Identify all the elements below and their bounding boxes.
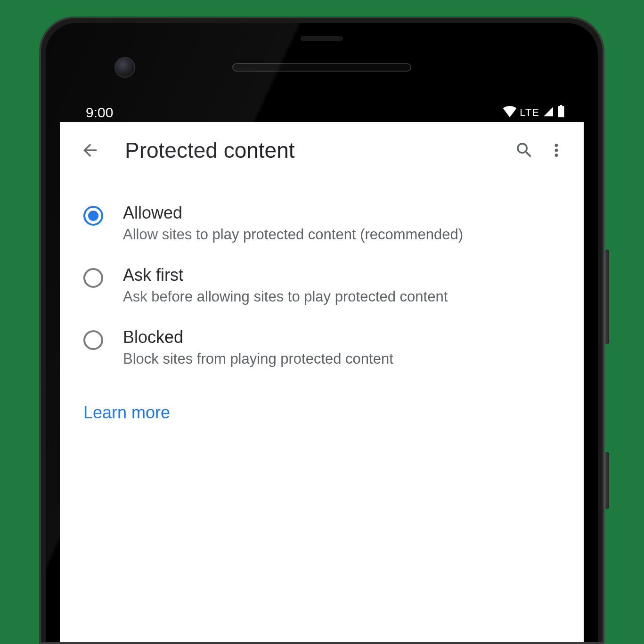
app-bar: Protected content [60, 122, 584, 179]
power-button [605, 452, 609, 509]
option-description: Block sites from playing protected conte… [123, 349, 560, 369]
phone-frame: 9:00 LTE Protected content [39, 16, 604, 644]
option-text: Allowed Allow sites to play protected co… [123, 203, 560, 245]
option-ask-first[interactable]: Ask first Ask before allowing sites to p… [83, 255, 560, 317]
option-text: Blocked Block sites from playing protect… [123, 327, 560, 369]
back-button[interactable] [79, 139, 101, 162]
wifi-icon [503, 105, 517, 121]
option-description: Ask before allowing sites to play protec… [123, 287, 560, 307]
volume-button [605, 250, 609, 344]
radio-allowed[interactable] [83, 206, 103, 226]
option-title: Blocked [123, 327, 560, 347]
radio-ask-first[interactable] [83, 268, 103, 288]
network-label: LTE [520, 106, 539, 119]
learn-more-link[interactable]: Learn more [83, 403, 170, 423]
screen: Protected content Allowed Allow sites to… [60, 122, 584, 642]
phone-bezel: 9:00 LTE Protected content [46, 23, 598, 642]
option-title: Ask first [123, 265, 560, 285]
battery-icon [557, 105, 565, 121]
option-description: Allow sites to play protected content (r… [123, 225, 560, 245]
option-title: Allowed [123, 203, 560, 223]
signal-icon [542, 105, 554, 121]
sensor [301, 36, 343, 41]
option-blocked[interactable]: Blocked Block sites from playing protect… [83, 317, 560, 379]
more-button[interactable] [543, 137, 570, 163]
search-icon [514, 140, 534, 160]
content-area: Allowed Allow sites to play protected co… [60, 179, 584, 423]
arrow-back-icon [80, 140, 100, 160]
radio-blocked[interactable] [83, 330, 103, 350]
more-vert-icon [546, 140, 566, 160]
page-title: Protected content [125, 138, 505, 163]
option-text: Ask first Ask before allowing sites to p… [123, 265, 560, 307]
front-camera [114, 57, 135, 78]
option-allowed[interactable]: Allowed Allow sites to play protected co… [83, 193, 560, 255]
status-bar: 9:00 LTE [60, 103, 584, 122]
search-button[interactable] [511, 137, 538, 163]
status-time: 9:00 [86, 105, 113, 121]
status-icons: LTE [503, 105, 565, 121]
speaker-grille [232, 63, 411, 72]
